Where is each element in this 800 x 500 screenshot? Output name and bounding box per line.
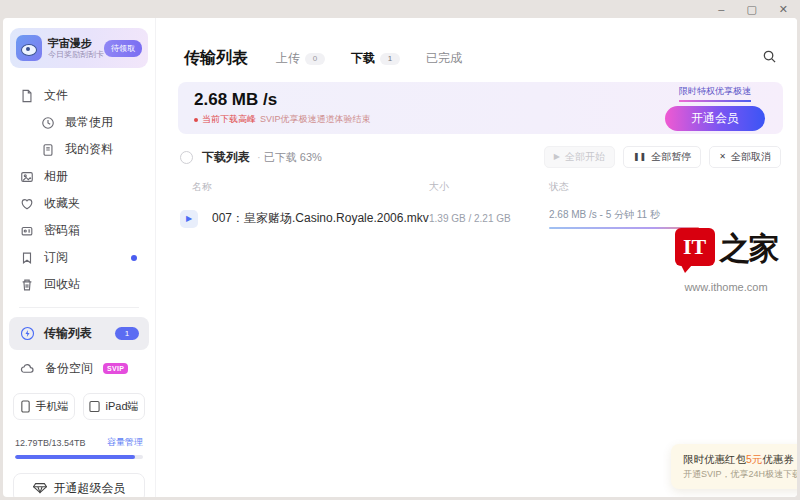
file-icon: [20, 89, 34, 103]
safe-box-icon: [20, 224, 34, 238]
device-buttons: 手机端 iPad端: [13, 393, 145, 420]
tab-upload-count: 0: [305, 53, 325, 65]
tab-label: 上传: [276, 50, 300, 67]
download-progress-text: 已下载 63%: [257, 150, 322, 165]
tab-label: 已完成: [426, 50, 462, 67]
cancel-icon: ✕: [719, 153, 726, 161]
popup-text: 限时优惠红包: [683, 453, 746, 465]
maximize-button[interactable]: ▢: [746, 1, 756, 17]
upgrade-svip-button[interactable]: 开通超级会员: [13, 473, 145, 497]
main-content: 传输列表 上传 0 下载 1 已完成 2.68 MB /s: [156, 18, 797, 497]
cancel-all-button[interactable]: ✕ 全部取消: [709, 146, 781, 168]
storage-progress-fill: [15, 455, 135, 459]
claim-badge[interactable]: 待领取: [104, 40, 142, 57]
storage-usage: 12.79TB/13.54TB: [15, 438, 86, 448]
sidebar-item-label: 文件: [44, 87, 68, 104]
sidebar-item-subscriptions[interactable]: 订阅: [3, 244, 155, 271]
storage-progress-bar: [15, 455, 143, 459]
sidebar-item-my-docs[interactable]: 我的资料: [3, 136, 155, 163]
sidebar-item-label: 传输列表: [44, 325, 92, 342]
alert-text: 当前下载高峰: [202, 113, 256, 126]
sidebar-item-transfer-list[interactable]: 传输列表 1: [9, 317, 149, 350]
sidebar-item-label: 我的资料: [65, 141, 113, 158]
table-header-row: 名称 大小 状态: [192, 180, 777, 194]
cloud-icon: [20, 361, 35, 376]
play-icon: ▶: [554, 153, 560, 161]
notification-dot: [131, 255, 137, 261]
sidebar-nav: 文件 最常使用 我的资料 相册 收藏夹 密码箱: [3, 82, 155, 298]
phone-client-button[interactable]: 手机端: [13, 393, 75, 420]
sidebar-item-files[interactable]: 文件: [3, 82, 155, 109]
download-list-title: 下载列表: [202, 149, 250, 166]
ipad-client-button[interactable]: iPad端: [83, 393, 145, 420]
tablet-icon: [89, 400, 100, 413]
tab-download-count: 1: [380, 53, 400, 65]
ithome-watermark: IT 之家 www.ithome.com: [667, 228, 785, 293]
column-header-status: 状态: [549, 180, 777, 194]
file-size: 1.39 GB / 2.21 GB: [429, 213, 549, 224]
sidebar-item-recycle-bin[interactable]: 回收站: [3, 271, 155, 298]
device-label: iPad端: [105, 399, 138, 414]
clock-icon: [41, 116, 55, 130]
sidebar-item-recent[interactable]: 最常使用: [3, 109, 155, 136]
sidebar-item-backup-space[interactable]: 备份空间 SVIP: [3, 353, 155, 383]
download-speed: 2.68 MB /s: [194, 90, 371, 110]
avatar: [16, 35, 42, 61]
sidebar-item-albums[interactable]: 相册: [3, 163, 155, 190]
bookmark-icon: [20, 251, 34, 265]
sidebar-item-label: 备份空间: [45, 360, 93, 377]
alert-dot: [194, 118, 198, 122]
sidebar-item-label: 订阅: [44, 249, 68, 266]
sidebar-item-safe-box[interactable]: 密码箱: [3, 217, 155, 244]
sidebar-item-label: 最常使用: [65, 114, 113, 131]
list-toolbar: 下载列表 已下载 63% ▶ 全部开始 ❚❚ 全部暂停 ✕ 全部取消: [180, 146, 781, 168]
open-vip-button[interactable]: 开通会员: [665, 106, 765, 131]
tab-download[interactable]: 下载 1: [351, 50, 400, 67]
popup-text: 优惠券，券后仅需: [762, 453, 797, 465]
tab-upload[interactable]: 上传 0: [276, 50, 325, 67]
file-name: 007：皇家赌场.Casino.Royale.2006.mkv: [212, 210, 429, 227]
storage-manage-link[interactable]: 容量管理: [107, 436, 143, 449]
popup-headline: 限时优惠红包5元优惠券，券后仅需22.5元/月: [683, 452, 797, 466]
ithome-logo-icon: IT: [675, 228, 715, 266]
svip-badge: SVIP: [103, 363, 128, 374]
sidebar-item-label: 密码箱: [44, 222, 80, 239]
start-all-button[interactable]: ▶ 全部开始: [544, 146, 615, 168]
user-name: 宇宙漫步: [48, 37, 98, 50]
file-status: 2.68 MB /s - 5 分钟 11 秒: [549, 208, 777, 222]
app-window: 宇宙漫步 今日奖励刮刮卡 待领取 文件 最常使用 我的资料 相册: [3, 18, 797, 497]
heart-icon: [20, 197, 34, 211]
sidebar-item-label: 收藏夹: [44, 195, 80, 212]
pause-all-button[interactable]: ❚❚ 全部暂停: [623, 146, 701, 168]
tab-label: 下载: [351, 50, 375, 67]
button-label: 全部暂停: [651, 150, 691, 164]
select-all-checkbox[interactable]: [180, 151, 193, 164]
sidebar-item-favorites[interactable]: 收藏夹: [3, 190, 155, 217]
user-card[interactable]: 宇宙漫步 今日奖励刮刮卡 待领取: [10, 28, 148, 68]
tabs: 上传 0 下载 1 已完成: [276, 50, 462, 67]
phone-icon: [20, 400, 31, 413]
trash-icon: [20, 278, 34, 292]
row-play-button[interactable]: ▶: [180, 210, 198, 228]
search-icon[interactable]: [762, 49, 777, 68]
sidebar: 宇宙漫步 今日奖励刮刮卡 待领取 文件 最常使用 我的资料 相册: [3, 18, 156, 497]
transfer-count-badge: 1: [115, 327, 139, 340]
minimize-button[interactable]: –: [718, 1, 724, 17]
table-row[interactable]: ▶ 007：皇家赌场.Casino.Royale.2006.mkv 1.39 G…: [180, 208, 777, 229]
photo-icon: [20, 170, 34, 184]
sidebar-divider: [19, 307, 139, 308]
main-header: 传输列表 上传 0 下载 1 已完成: [184, 48, 777, 69]
button-label: 全部开始: [565, 150, 605, 164]
column-header-size: 大小: [429, 180, 549, 194]
ithome-url: www.ithome.com: [667, 281, 785, 293]
sidebar-item-label: 相册: [44, 168, 68, 185]
ithome-logo-text: IT: [683, 234, 706, 260]
alert-detail: SVIP优享极速通道体验结束: [260, 113, 371, 126]
document-icon: [41, 143, 55, 157]
close-button[interactable]: ✕: [779, 1, 788, 17]
tab-completed[interactable]: 已完成: [426, 50, 462, 67]
sidebar-item-label: 回收站: [44, 276, 80, 293]
page-title: 传输列表: [184, 48, 248, 69]
speed-banner: 2.68 MB /s 当前下载高峰 SVIP优享极速通道体验结束 限时特权优享极…: [178, 82, 783, 134]
popup-coupon-amount: 5元: [746, 453, 762, 465]
